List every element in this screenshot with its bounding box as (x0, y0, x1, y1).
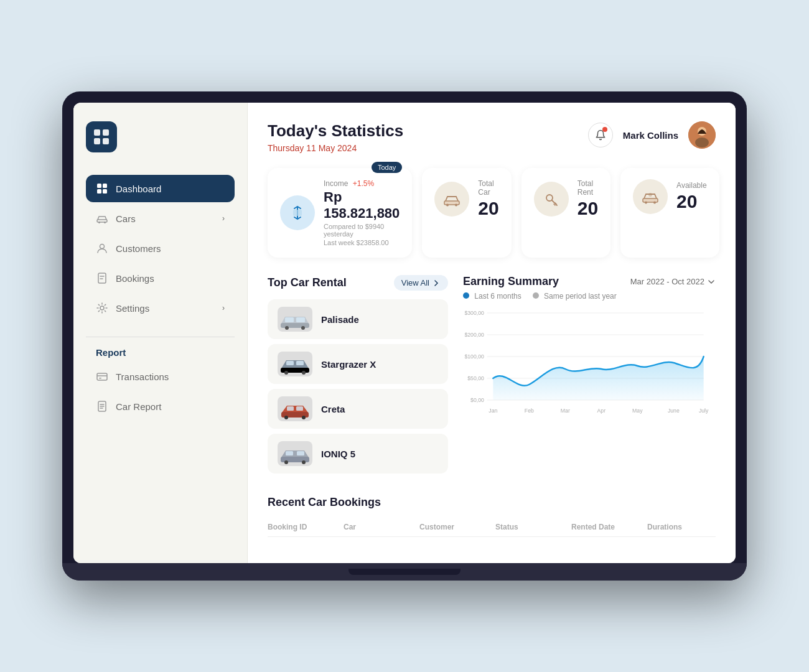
sidebar-item-label: Cars (116, 213, 136, 224)
sidebar-item-cars[interactable]: Cars › (86, 205, 235, 232)
recent-bookings-section: Recent Car Bookings Booking ID Car Custo… (268, 496, 716, 537)
col-customer: Customer (419, 523, 488, 531)
svg-rect-40 (287, 406, 294, 411)
svg-rect-36 (296, 361, 304, 365)
svg-point-48 (302, 460, 306, 464)
notification-dot (602, 127, 607, 132)
income-compare1: Compared to $9940 yesterday (324, 223, 400, 238)
avatar (688, 121, 716, 149)
sidebar: Dashboard Cars › Customers (73, 103, 248, 563)
income-change: +1.5% (353, 179, 374, 188)
income-info: Income +1.5% Rp 158.821,880 Compared to … (324, 179, 400, 246)
income-icon-circle (280, 195, 315, 230)
legend-item-current: Last 6 months (463, 292, 521, 301)
card-icon (96, 370, 108, 383)
svg-point-10 (104, 222, 106, 223)
svg-text:Apr: Apr (597, 408, 606, 414)
svg-rect-46 (297, 451, 304, 455)
total-rent-card: Total Rent 20 (521, 168, 610, 258)
laptop-screen: Dashboard Cars › Customers (73, 103, 736, 563)
col-status: Status (495, 523, 564, 531)
car-stat-icon (442, 189, 462, 209)
svg-rect-12 (98, 273, 106, 283)
car-item-creta[interactable]: Creta (268, 389, 448, 429)
sidebar-item-customers[interactable]: Customers (86, 235, 235, 262)
sidebar-item-car-report[interactable]: Car Report (86, 393, 235, 420)
svg-point-37 (284, 371, 288, 375)
earning-header: Earning Summary Mar 2022 - Oct 2022 (463, 275, 716, 288)
svg-point-9 (98, 222, 100, 223)
sidebar-item-label: Transactions (116, 371, 169, 382)
svg-point-38 (302, 371, 306, 375)
car-item-palisade[interactable]: Palisade (268, 299, 448, 339)
car-item-stargazer[interactable]: Stargrazer X (268, 344, 448, 384)
svg-rect-35 (286, 361, 294, 365)
user-icon (96, 242, 108, 254)
svg-point-43 (302, 416, 306, 419)
total-rent-icon-circle (534, 182, 569, 217)
sidebar-item-dashboard[interactable]: Dashboard (86, 175, 235, 202)
chevron-right-icon: › (222, 214, 225, 223)
total-rent-value: 20 (578, 198, 598, 219)
laptop-notch (348, 569, 461, 575)
sidebar-item-transactions[interactable]: Transactions (86, 363, 235, 390)
income-card: Today Income +1.5% (268, 168, 412, 258)
svg-text:$0,00: $0,00 (470, 397, 484, 403)
notification-button[interactable] (588, 123, 613, 147)
svg-text:May: May (632, 408, 643, 414)
chevron-right-icon (432, 279, 441, 287)
svg-text:June: June (668, 408, 680, 414)
col-car: Car (344, 523, 412, 531)
income-value: Rp 158.821,880 (324, 189, 400, 222)
available-icon-circle (633, 179, 668, 214)
total-car-icon-circle (434, 182, 469, 217)
svg-rect-0 (94, 129, 100, 136)
sidebar-item-label: Bookings (116, 273, 154, 284)
total-car-card: Total Car 20 (422, 168, 511, 258)
top-car-section: Top Car Rental View All (268, 275, 448, 478)
top-car-header: Top Car Rental View All (268, 275, 448, 291)
total-car-label: Total Car (478, 179, 498, 197)
car-item-ioniq[interactable]: IONIQ 5 (268, 434, 448, 474)
period-dropdown[interactable]: Mar 2022 - Oct 2022 (630, 277, 716, 286)
chevron-down-icon (707, 278, 716, 286)
report-icon (96, 400, 108, 413)
svg-rect-30 (285, 317, 294, 322)
svg-rect-15 (99, 378, 101, 379)
svg-point-27 (653, 202, 656, 204)
sidebar-item-settings[interactable]: Settings › (86, 294, 235, 322)
view-all-button[interactable]: View All (394, 275, 448, 291)
earnings-chart: $300,00 $200,00 $100,00 $50,00 $0,00 (463, 307, 716, 431)
svg-text:$50,00: $50,00 (467, 375, 484, 381)
user-name: Mark Collins (623, 130, 678, 141)
sidebar-item-bookings[interactable]: Bookings (86, 264, 235, 292)
grid-icon (96, 182, 108, 195)
total-rent-label: Total Rent (578, 179, 598, 197)
svg-text:July: July (699, 408, 709, 414)
header-text: Today's Statistics Thursday 11 May 2024 (268, 121, 403, 153)
svg-rect-2 (94, 138, 100, 144)
svg-point-13 (100, 306, 104, 310)
settings-icon (96, 302, 108, 314)
total-car-value: 20 (478, 198, 498, 219)
svg-text:$100,00: $100,00 (464, 353, 484, 360)
bottom-row: Top Car Rental View All (268, 275, 716, 478)
car-image-creta (278, 396, 312, 421)
page-title: Today's Statistics (268, 121, 403, 141)
sidebar-divider (86, 337, 235, 337)
col-durations: Durations (647, 523, 716, 531)
key-icon (541, 189, 561, 209)
car-image-ioniq (278, 441, 312, 466)
income-icon (288, 203, 307, 222)
svg-text:Mar: Mar (561, 408, 570, 414)
svg-text:$300,00: $300,00 (464, 310, 484, 316)
svg-rect-7 (103, 189, 107, 194)
available-value: 20 (676, 191, 706, 212)
total-car-info: Total Car 20 (478, 179, 498, 219)
top-car-title: Top Car Rental (268, 276, 347, 289)
svg-point-11 (100, 245, 105, 249)
svg-rect-29 (281, 323, 309, 328)
period-label: Mar 2022 - Oct 2022 (630, 277, 704, 286)
svg-point-28 (648, 193, 652, 197)
col-rented-date: Rented Date (571, 523, 640, 531)
